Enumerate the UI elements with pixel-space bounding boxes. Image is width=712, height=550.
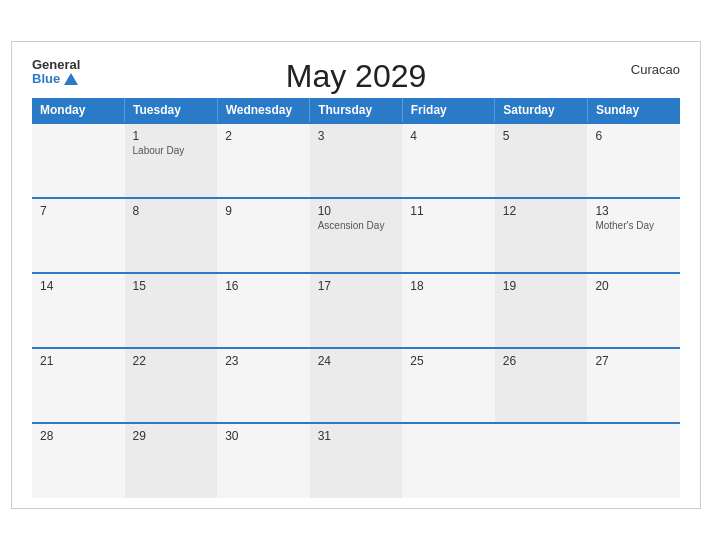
calendar-day-cell: 3 [310,123,403,198]
day-number: 1 [133,129,210,143]
calendar-day-cell: 27 [587,348,680,423]
calendar-week-row: 28293031 [32,423,680,498]
calendar-day-cell: 21 [32,348,125,423]
col-sunday: Sunday [587,98,680,123]
calendar-day-cell: 1Labour Day [125,123,218,198]
calendar-day-cell: 31 [310,423,403,498]
day-number: 12 [503,204,580,218]
calendar-day-cell: 8 [125,198,218,273]
calendar-day-cell: 10Ascension Day [310,198,403,273]
col-wednesday: Wednesday [217,98,310,123]
calendar-title: May 2029 [286,58,427,95]
col-tuesday: Tuesday [125,98,218,123]
calendar-day-cell: 7 [32,198,125,273]
calendar-grid: Monday Tuesday Wednesday Thursday Friday… [32,98,680,498]
calendar-day-cell: 20 [587,273,680,348]
day-number: 13 [595,204,672,218]
calendar-day-cell: 23 [217,348,310,423]
calendar-day-cell: 9 [217,198,310,273]
day-number: 22 [133,354,210,368]
calendar-day-cell: 14 [32,273,125,348]
calendar-day-cell: 22 [125,348,218,423]
calendar-day-cell: 17 [310,273,403,348]
day-number: 30 [225,429,302,443]
day-number: 31 [318,429,395,443]
day-number: 5 [503,129,580,143]
calendar-region: Curacao [631,62,680,77]
calendar-day-cell: 16 [217,273,310,348]
col-monday: Monday [32,98,125,123]
calendar-day-cell: 26 [495,348,588,423]
day-number: 2 [225,129,302,143]
calendar-week-row: 14151617181920 [32,273,680,348]
day-number: 24 [318,354,395,368]
calendar-week-row: 1Labour Day23456 [32,123,680,198]
calendar-day-cell: 12 [495,198,588,273]
day-number: 19 [503,279,580,293]
calendar-week-row: 21222324252627 [32,348,680,423]
day-number: 6 [595,129,672,143]
weekday-header-row: Monday Tuesday Wednesday Thursday Friday… [32,98,680,123]
day-number: 16 [225,279,302,293]
calendar-day-cell: 4 [402,123,495,198]
calendar-day-cell: 30 [217,423,310,498]
day-number: 14 [40,279,117,293]
logo-triangle-icon [64,73,78,85]
day-number: 8 [133,204,210,218]
calendar-day-cell [32,123,125,198]
col-thursday: Thursday [310,98,403,123]
calendar-day-cell: 28 [32,423,125,498]
day-number: 23 [225,354,302,368]
calendar-day-cell [402,423,495,498]
day-number: 25 [410,354,487,368]
calendar-day-cell: 29 [125,423,218,498]
logo: General Blue [32,58,80,87]
col-friday: Friday [402,98,495,123]
calendar-day-cell [587,423,680,498]
calendar-week-row: 78910Ascension Day111213Mother's Day [32,198,680,273]
calendar-day-cell: 6 [587,123,680,198]
day-number: 17 [318,279,395,293]
day-number: 29 [133,429,210,443]
col-saturday: Saturday [495,98,588,123]
day-number: 3 [318,129,395,143]
calendar-header: General Blue May 2029 Curacao [32,58,680,87]
calendar-day-cell: 2 [217,123,310,198]
logo-general-text: General [32,58,80,72]
holiday-label: Mother's Day [595,220,672,231]
holiday-label: Ascension Day [318,220,395,231]
day-number: 28 [40,429,117,443]
day-number: 11 [410,204,487,218]
calendar-day-cell: 24 [310,348,403,423]
calendar-day-cell [495,423,588,498]
day-number: 10 [318,204,395,218]
calendar-day-cell: 11 [402,198,495,273]
calendar-day-cell: 18 [402,273,495,348]
day-number: 27 [595,354,672,368]
calendar-day-cell: 15 [125,273,218,348]
day-number: 7 [40,204,117,218]
calendar-container: General Blue May 2029 Curacao Monday Tue… [11,41,701,510]
day-number: 26 [503,354,580,368]
logo-blue-text: Blue [32,72,78,86]
day-number: 18 [410,279,487,293]
day-number: 21 [40,354,117,368]
calendar-day-cell: 25 [402,348,495,423]
calendar-day-cell: 19 [495,273,588,348]
calendar-day-cell: 5 [495,123,588,198]
calendar-day-cell: 13Mother's Day [587,198,680,273]
day-number: 20 [595,279,672,293]
day-number: 4 [410,129,487,143]
day-number: 9 [225,204,302,218]
day-number: 15 [133,279,210,293]
holiday-label: Labour Day [133,145,210,156]
